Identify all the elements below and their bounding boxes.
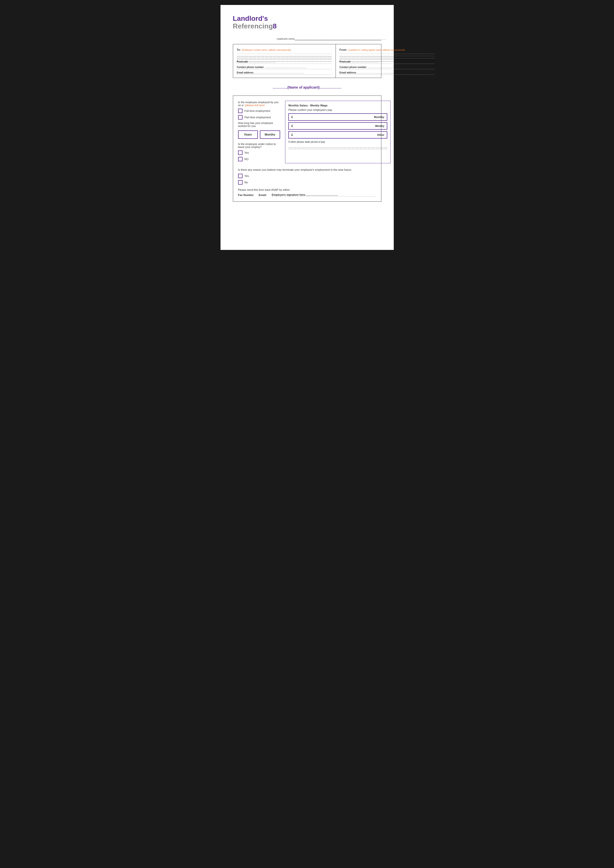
email-label: Email: xyxy=(259,194,267,197)
to-dots-2: ……………………………………………………………… xyxy=(237,56,332,56)
other-dots-line: ………………………………………………………………… xyxy=(288,145,387,149)
notice-yes-checkbox[interactable] xyxy=(238,150,242,155)
months-box[interactable]: Months xyxy=(260,130,281,139)
notice-yes-row[interactable]: Yes xyxy=(238,150,281,155)
full-time-row[interactable]: Full time employment xyxy=(238,108,281,113)
main-form-box: Is the employee employed by you on a: (p… xyxy=(233,96,381,202)
from-sublabel: (Landlord or Letting Agents name, addres… xyxy=(348,49,405,51)
weekly-pound: £ xyxy=(291,124,372,128)
terminate-no-label: No xyxy=(245,181,248,184)
to-label: To: xyxy=(237,48,241,51)
monthly-label: Monthly xyxy=(374,116,385,119)
salary-title: Monthly Salary - Weekly Wage. xyxy=(288,104,387,107)
applicant-name-dots: …………………………………………………………………………………………………………… xyxy=(295,37,381,40)
if-other-text: If other please state period of pay xyxy=(288,141,387,143)
terminate-yes-row[interactable]: Yes xyxy=(238,174,376,178)
sig-label: Employers signature here……………………………… xyxy=(272,193,376,197)
footer-row: Fax Number Email: Employers signature he… xyxy=(238,193,376,197)
employment-question: Is the employee employed by you on a: (p… xyxy=(238,101,281,107)
how-long-row: Years Months xyxy=(238,130,281,139)
from-email-line: Email address …………………………………………………… xyxy=(340,71,434,75)
terminate-no-row[interactable]: No xyxy=(238,180,376,184)
full-time-label: Full time employment xyxy=(245,109,270,112)
part-time-checkbox[interactable] xyxy=(238,115,242,119)
from-column: From: (Landlord or Letting Agents name, … xyxy=(336,44,438,78)
part-time-label: Part time employment xyxy=(245,116,271,119)
logo-symbol: 8 xyxy=(273,22,277,30)
page: Landlord's Referencing8 (Applicants name… xyxy=(220,5,394,250)
other-pay-row: £ Other xyxy=(288,131,387,139)
logo-line2: Referencing8 xyxy=(233,23,381,30)
monthly-pay-row: £ Monthly xyxy=(288,113,387,121)
logo-line1: Landlord's xyxy=(233,15,381,23)
to-sublabel: (Employers contact name, address and pos… xyxy=(242,49,291,51)
part-time-row[interactable]: Part time employment xyxy=(238,115,281,119)
weekly-label: Weekly xyxy=(375,124,385,127)
other-pound: £ xyxy=(291,133,375,136)
terminate-no-checkbox[interactable] xyxy=(238,180,242,184)
weekly-pay-row: £ Weekly xyxy=(288,122,387,130)
please-tick-text: (please tick box) xyxy=(245,104,265,107)
terminate-question: Is there any reason you believe may term… xyxy=(238,168,376,171)
form-right: Monthly Salary - Weekly Wage. Please con… xyxy=(285,101,391,163)
to-from-table: To: (Employers contact name, address and… xyxy=(233,44,381,78)
from-dots-1: ……………………………………………………………… xyxy=(340,54,434,54)
monthly-pound: £ xyxy=(291,115,372,119)
salary-subtitle: Please confirm your employee's pay. xyxy=(288,108,387,112)
terminate-yes-label: Yes xyxy=(245,174,249,177)
form-two-col: Is the employee employed by you on a: (p… xyxy=(238,101,376,163)
to-dots-1: ……………………………………………………………… xyxy=(237,54,332,54)
to-column: To: (Employers contact name, address and… xyxy=(233,44,336,78)
bottom-section: Is there any reason you believe may term… xyxy=(238,168,376,197)
from-label: From: xyxy=(340,48,347,51)
terminate-yes-checkbox[interactable] xyxy=(238,174,242,178)
other-label: Other xyxy=(377,133,385,136)
logo-landlord-text: Landlord's xyxy=(233,15,268,22)
notice-no-checkbox[interactable] xyxy=(238,157,242,161)
from-dots-2: ……………………………………………………………… xyxy=(340,56,434,56)
notice-question: Is the employee under notice to leave yo… xyxy=(238,143,281,149)
from-header: From: (Landlord or Letting Agents name, … xyxy=(340,47,434,52)
to-header: To: (Employers contact name, address and… xyxy=(237,47,332,52)
logo-referencing-text: Referencing xyxy=(233,22,273,30)
applicant-name-row: (Applicants name)……………………………………………………………… xyxy=(233,37,381,40)
notice-yes-label: Yes xyxy=(245,151,249,154)
full-time-checkbox[interactable] xyxy=(238,108,242,113)
to-email-line: Email address …………………………………………………… xyxy=(237,71,332,75)
form-left: Is the employee employed by you on a: (p… xyxy=(238,101,281,163)
applicant-name-label: (Applicants name) xyxy=(277,37,295,40)
fax-label: Fax Number xyxy=(238,194,254,197)
how-long-question: How long has your employee worked for yo… xyxy=(238,121,281,127)
applicant-name-center: ………….(Name of applicant)………………. xyxy=(233,85,381,89)
logo: Landlord's Referencing8 xyxy=(233,15,381,30)
years-box[interactable]: Years xyxy=(238,130,258,139)
send-back-text: Please send this form back ASAP by eithe… xyxy=(238,188,376,191)
to-phone-line: Contact phone number …………………………………………… xyxy=(237,66,332,69)
notice-no-label: NO xyxy=(245,158,249,161)
notice-no-row[interactable]: NO xyxy=(238,157,281,161)
from-phone-line: Contact phone number …………………………………………… xyxy=(340,66,434,69)
